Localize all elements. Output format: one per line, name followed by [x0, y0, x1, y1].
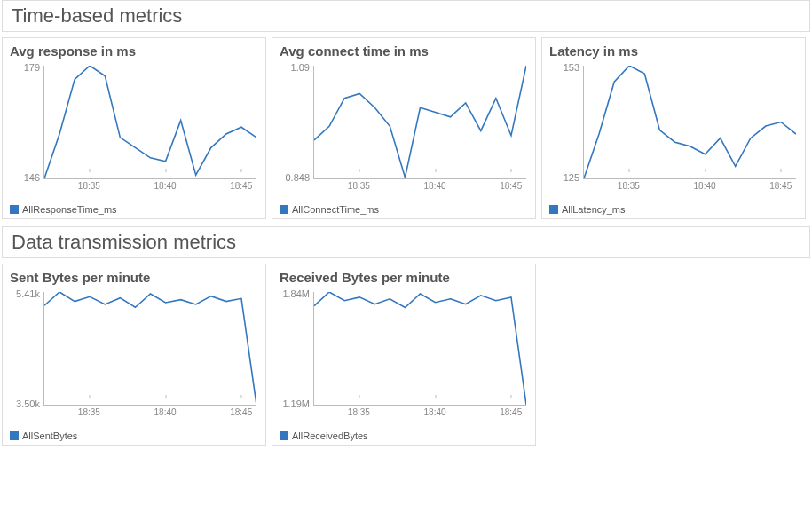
section-title-data: Data transmission metrics [2, 226, 810, 258]
y-min-label: 125 [549, 172, 579, 183]
y-max-label: 5.41k [10, 288, 40, 299]
row-time-metrics: Avg response in ms 179 146 18:3518:4018:… [0, 37, 812, 226]
legend-swatch [10, 205, 19, 214]
plot-area [43, 66, 256, 179]
chart-latency[interactable]: 153 125 18:3518:4018:45 [549, 60, 798, 202]
legend-label: AllReceivedBytes [292, 430, 368, 441]
legend: AllConnectTime_ms [280, 204, 528, 215]
panel-title: Sent Bytes per minute [10, 270, 258, 285]
chart-received-bytes[interactable]: 1.84M 1.19M 18:3518:4018:45 [280, 287, 528, 429]
x-axis-ticks: 18:3518:4018:45 [43, 407, 256, 418]
panel-title: Avg response in ms [10, 43, 258, 59]
plot-area [43, 292, 256, 406]
panel-title: Received Bytes per minute [280, 270, 528, 285]
chart-avg-connect[interactable]: 1.09 0.848 18:3518:4018:45 [280, 60, 528, 202]
legend: AllLatency_ms [549, 204, 798, 215]
legend-swatch [280, 431, 288, 440]
dashboard: Time-based metrics Avg response in ms 17… [0, 0, 812, 453]
legend-swatch [10, 431, 19, 440]
panel-received-bytes: Received Bytes per minute 1.84M 1.19M 18… [272, 264, 536, 446]
panel-sent-bytes: Sent Bytes per minute 5.41k 3.50k 18:351… [2, 264, 266, 446]
legend: AllSentBytes [10, 430, 258, 441]
legend-swatch [549, 205, 558, 214]
line-series [44, 292, 256, 405]
legend-label: AllLatency_ms [562, 204, 626, 215]
legend: AllResponseTime_ms [10, 204, 258, 215]
y-min-label: 0.848 [280, 172, 310, 183]
panel-avg-connect: Avg connect time in ms 1.09 0.848 18:351… [272, 37, 536, 219]
x-axis-ticks: 18:3518:4018:45 [583, 181, 796, 192]
y-max-label: 179 [10, 62, 40, 73]
chart-avg-response[interactable]: 179 146 18:3518:4018:45 [10, 60, 258, 202]
y-max-label: 153 [549, 62, 579, 73]
line-series [584, 66, 796, 178]
plot-area [583, 66, 796, 179]
row-data-metrics: Sent Bytes per minute 5.41k 3.50k 18:351… [0, 264, 812, 453]
y-min-label: 3.50k [10, 398, 40, 409]
y-max-label: 1.84M [280, 288, 310, 299]
x-axis-ticks: 18:3518:4018:45 [313, 181, 526, 192]
section-title-time: Time-based metrics [2, 0, 810, 32]
y-min-label: 146 [10, 172, 40, 183]
legend: AllReceivedBytes [280, 430, 528, 441]
x-axis-ticks: 18:3518:4018:45 [313, 407, 526, 418]
y-max-label: 1.09 [280, 62, 310, 73]
legend-label: AllResponseTime_ms [22, 204, 117, 215]
line-series [314, 292, 526, 405]
chart-sent-bytes[interactable]: 5.41k 3.50k 18:3518:4018:45 [10, 287, 258, 429]
legend-swatch [280, 205, 288, 214]
panel-latency: Latency in ms 153 125 18:3518:4018:45 Al… [541, 37, 806, 219]
x-axis-ticks: 18:3518:4018:45 [43, 181, 256, 192]
panel-title: Avg connect time in ms [280, 43, 528, 59]
y-min-label: 1.19M [280, 398, 310, 409]
panel-title: Latency in ms [549, 43, 798, 59]
panel-avg-response: Avg response in ms 179 146 18:3518:4018:… [2, 37, 266, 219]
legend-label: AllConnectTime_ms [292, 204, 379, 215]
line-series [314, 66, 526, 178]
legend-label: AllSentBytes [22, 430, 77, 441]
plot-area [313, 66, 526, 179]
plot-area [313, 292, 526, 406]
line-series [44, 66, 256, 178]
